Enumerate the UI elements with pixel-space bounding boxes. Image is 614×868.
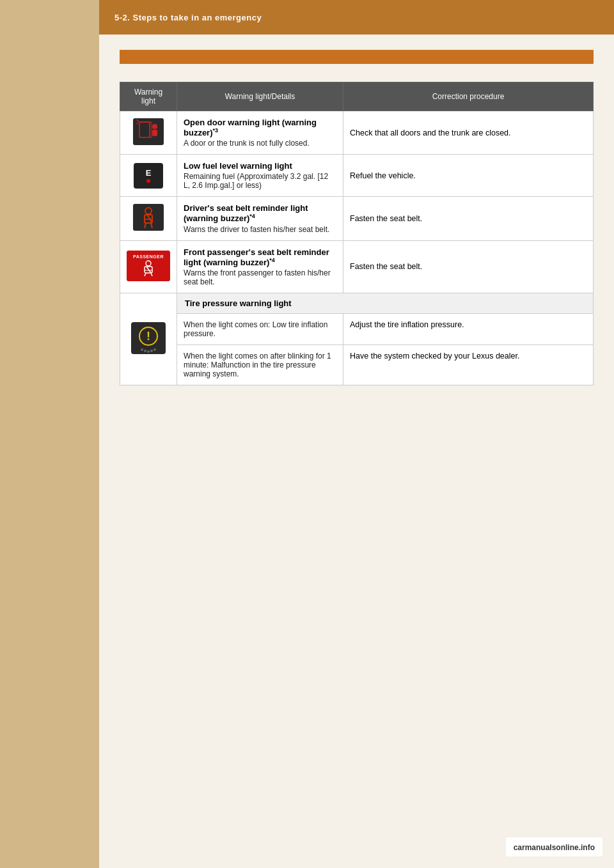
correction-cell-fuel: Refuel the vehicle. (343, 155, 594, 197)
correction-cell-passenger: Fasten the seat belt. (343, 240, 594, 293)
header-bar: 5-2. Steps to take in an emergency (99, 0, 614, 35)
row-title-fuel: Low fuel level warning light (184, 161, 336, 171)
table-row: Open door warning light (warning buzzer)… (120, 111, 594, 155)
table-row-tire-2: When the light comes on after blinking f… (120, 345, 594, 385)
svg-point-4 (152, 124, 157, 129)
tire-details-2: When the light comes on after blinking f… (184, 352, 331, 378)
svg-point-28 (154, 348, 156, 351)
details-cell-tire-2: When the light comes on after blinking f… (177, 345, 343, 385)
content-area: Warning light Warning light/Details Corr… (99, 35, 614, 411)
table-row: E Low fuel level warning light Remaining… (120, 155, 594, 197)
correction-cell-seatbelt: Fasten the seat belt. (343, 197, 594, 240)
row-details-fuel: Remaining fuel (Approximately 3.2 gal. [… (184, 172, 328, 190)
details-cell-passenger: Front passenger's seat belt reminder lig… (177, 240, 343, 293)
table-row-tire-1: When the light comes on: Low tire inflat… (120, 313, 594, 345)
svg-text:!: ! (146, 330, 150, 343)
correction-text-door: Check that all doors and the trunk are c… (350, 128, 511, 137)
svg-line-20 (151, 273, 152, 276)
footer-logo-text: carmanualsonline.info (514, 843, 595, 852)
table-row-tire-title: ! Tire pressure warning light (120, 293, 594, 313)
correction-cell-tire-1: Adjust the tire inflation pressure. (343, 313, 594, 345)
tire-section-title-cell: Tire pressure warning light (177, 293, 594, 313)
tire-section-label: Tire pressure warning light (185, 298, 292, 308)
col-header-warning-light: Warning light (120, 82, 177, 111)
svg-point-24 (141, 348, 143, 351)
correction-text-fuel: Refuel the vehicle. (350, 171, 416, 180)
icon-cell-tire: ! (120, 293, 177, 385)
details-cell-door: Open door warning light (warning buzzer)… (177, 111, 343, 155)
correction-text-tire-1: Adjust the tire inflation pressure. (350, 320, 464, 329)
row-title-seatbelt: Driver's seat belt reminder light (warni… (184, 203, 336, 223)
footer-logo-area: carmanualsonline.info (506, 837, 602, 856)
icon-cell-fuel: E (120, 155, 177, 197)
row-details-seatbelt: Warns the driver to fasten his/her seat … (184, 225, 329, 234)
passenger-seatbelt-icon: PASSENGER (127, 251, 170, 281)
svg-point-25 (144, 350, 146, 352)
correction-text-tire-2: Have the system checked by your Lexus de… (350, 352, 519, 360)
main-content: 5-2. Steps to take in an emergency Warni… (99, 0, 614, 868)
warning-table: Warning light Warning light/Details Corr… (120, 82, 594, 385)
col-header-correction: Correction procedure (343, 82, 594, 111)
icon-cell-seatbelt (120, 197, 177, 240)
tire-details-1: When the light comes on: Low tire inflat… (184, 320, 327, 338)
correction-cell-tire-2: Have the system checked by your Lexus de… (343, 345, 594, 385)
correction-text-passenger: Fasten the seat belt. (350, 262, 422, 271)
left-sidebar (0, 0, 99, 868)
row-details-passenger: Warns the front passenger to fasten his/… (184, 268, 331, 286)
correction-text-seatbelt: Fasten the seat belt. (350, 214, 422, 223)
svg-rect-5 (152, 130, 157, 136)
details-cell-tire-1: When the light comes on: Low tire inflat… (177, 313, 343, 345)
svg-point-15 (146, 261, 151, 266)
details-cell-fuel: Low fuel level warning light Remaining f… (177, 155, 343, 197)
correction-cell-door: Check that all doors and the trunk are c… (343, 111, 594, 155)
svg-point-26 (147, 350, 150, 353)
door-warning-icon (133, 118, 164, 145)
row-title-passenger: Front passenger's seat belt reminder lig… (184, 247, 336, 267)
col-header-details: Warning light/Details (177, 82, 343, 111)
orange-accent-bar (120, 50, 594, 64)
icon-cell-door (120, 111, 177, 155)
svg-line-17 (146, 267, 151, 273)
svg-line-19 (145, 273, 146, 276)
icon-cell-passenger: PASSENGER (120, 240, 177, 293)
table-row: Driver's seat belt reminder light (warni… (120, 197, 594, 240)
section-title: 5-2. Steps to take in an emergency (114, 13, 262, 22)
table-row: PASSENGER (120, 240, 594, 293)
svg-point-27 (150, 350, 153, 352)
row-details-door: A door or the trunk is not fully closed. (184, 139, 310, 148)
details-cell-seatbelt: Driver's seat belt reminder light (warni… (177, 197, 343, 240)
row-title-door: Open door warning light (warning buzzer)… (184, 118, 336, 137)
tire-pressure-icon: ! (131, 322, 166, 354)
seatbelt-warning-icon (133, 204, 164, 231)
fuel-warning-icon: E (134, 163, 163, 189)
